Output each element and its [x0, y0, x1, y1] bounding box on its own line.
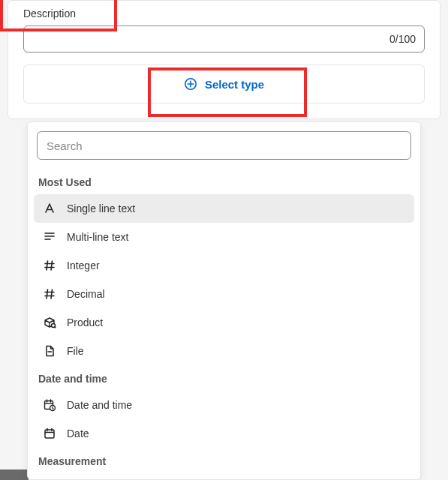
hash-icon [43, 287, 56, 301]
type-option-label: Single line text [67, 202, 135, 214]
svg-line-15 [55, 327, 56, 328]
type-option[interactable]: Product [34, 308, 414, 337]
bottom-strip [0, 470, 29, 480]
type-option[interactable]: File [34, 337, 414, 365]
field-card: Description 0/100 Select type [8, 0, 440, 119]
options-list[interactable]: Most UsedSingle line textMulti-line text… [28, 169, 420, 479]
type-option[interactable]: Multi-line text [34, 223, 414, 251]
type-option-label: Multi-line text [67, 231, 128, 243]
type-option-label: Integer [67, 260, 100, 272]
description-input[interactable] [23, 26, 425, 52]
type-option[interactable]: Decimal [34, 280, 414, 308]
type-option-label: Date and time [67, 399, 132, 411]
multiline-icon [43, 230, 56, 244]
description-input-wrap: 0/100 [23, 26, 425, 52]
select-type-button[interactable]: Select type [23, 64, 425, 104]
text-a-icon [43, 202, 56, 215]
date-icon [43, 427, 56, 440]
type-option[interactable]: Date and time [34, 391, 414, 419]
type-option-label: File [67, 345, 84, 357]
type-option[interactable]: Single line text [34, 194, 414, 223]
section-header: Date and time [34, 365, 414, 391]
datetime-icon [43, 398, 56, 412]
description-label: Description [23, 8, 76, 20]
type-option-label: Product [67, 316, 103, 328]
type-dropdown-panel: Most UsedSingle line textMulti-line text… [27, 122, 421, 480]
svg-line-6 [47, 261, 48, 270]
search-input[interactable] [37, 131, 411, 160]
svg-line-10 [47, 290, 48, 298]
svg-rect-22 [45, 430, 54, 438]
section-header: Most Used [34, 169, 414, 194]
type-option-label: Decimal [67, 288, 105, 300]
type-option[interactable]: Date [34, 419, 414, 448]
type-option[interactable]: Integer [34, 251, 414, 280]
select-type-label: Select type [205, 78, 264, 91]
search-wrap [28, 122, 420, 169]
product-icon [43, 316, 56, 329]
svg-line-11 [51, 290, 53, 298]
type-option-label: Date [67, 428, 89, 440]
file-icon [43, 344, 56, 358]
plus-circle-icon [184, 77, 197, 91]
svg-line-7 [51, 261, 53, 270]
hash-icon [43, 259, 56, 272]
section-header: Measurement [34, 448, 414, 473]
